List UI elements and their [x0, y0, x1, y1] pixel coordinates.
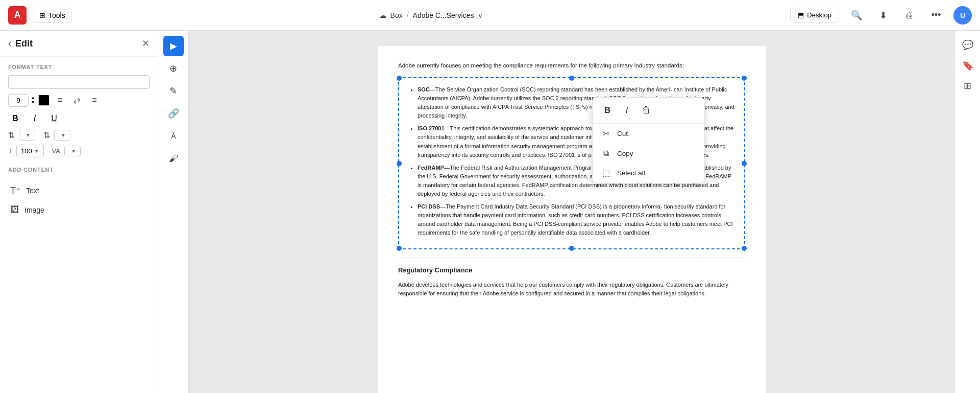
doc-page: Adobe currently focuses on meeting the c… [378, 46, 766, 393]
doc-name-label[interactable]: Adobe C...Services [413, 11, 474, 19]
add-text-tool-button[interactable]: ⊕ [163, 58, 184, 79]
text-style-row: B I U [0, 109, 158, 128]
copy-menu-item[interactable]: ⧉ Copy [593, 144, 704, 163]
line-spacing-row: ⇅ ▼ ⇅ ▼ [0, 128, 158, 143]
select-tool-button[interactable]: ▶ [163, 36, 184, 56]
intro-text: Adobe currently focuses on meeting the c… [398, 61, 745, 70]
search-button[interactable]: 🔍 [847, 6, 866, 25]
context-menu-toolbar: B I 🗑 [593, 98, 704, 124]
more-button[interactable]: ••• [927, 6, 945, 25]
edit-tool-button[interactable]: ✎ [163, 81, 184, 101]
text-box-tool-button[interactable]: Ä [163, 126, 184, 146]
select-all-icon: ⬚ [601, 168, 611, 178]
select-all-menu-item[interactable]: ⬚ Select all [593, 163, 704, 183]
add-text-button[interactable]: T⁺ Text [0, 181, 158, 200]
right-panel: 💬 🔖 ⊞ [954, 31, 980, 393]
resize-handle-tr[interactable] [742, 76, 747, 81]
list-item: PCI DSS—The Payment Card Industry Data S… [418, 202, 736, 237]
tools-button[interactable]: ⊞ Tools [33, 8, 72, 23]
scale-row: T 100 ▼ VA ▼ [0, 143, 158, 159]
resize-handle-tl[interactable] [397, 76, 402, 81]
cut-label: Cut [617, 130, 628, 137]
back-button[interactable]: ‹ [8, 38, 11, 49]
panel-title: Edit [15, 38, 33, 49]
font-size-group: 9 ▲ ▼ [8, 94, 35, 107]
cut-menu-item[interactable]: ✂ Cut [593, 124, 704, 144]
topbar-right: ⬒ Desktop 🔍 ⬇ 🖨 ••• U [790, 6, 972, 25]
grid-icon: ⊞ [39, 11, 45, 19]
resize-handle-bl[interactable] [397, 246, 402, 251]
adobe-logo[interactable]: A [8, 6, 27, 25]
ctx-delete-button[interactable]: 🗑 [638, 102, 655, 119]
line-spacing-icon: ⇅ [8, 130, 15, 140]
para-spacing-select[interactable]: ▼ [54, 130, 70, 141]
char-spacing-icon: VA [52, 147, 60, 155]
regulatory-title: Regulatory Compliance [398, 258, 745, 275]
text-add-icon: T⁺ [10, 185, 21, 196]
print-button[interactable]: 🖨 [900, 6, 919, 25]
scale-icon: T [8, 147, 12, 155]
context-menu: B I 🗑 ✂ Cut ⧉ Copy ⬚ Select all [592, 97, 704, 183]
add-image-button[interactable]: 🖼 Image [0, 200, 158, 219]
breadcrumb-chevron[interactable]: ∨ [478, 11, 483, 19]
main-layout: ‹ Edit ✕ FORMAT TEXT 9 ▲ ▼ ≡ ⇄ ≡ [0, 31, 980, 393]
copy-icon: ⧉ [601, 149, 611, 158]
resize-handle-br[interactable] [742, 246, 747, 251]
font-family-row [0, 73, 158, 91]
resize-handle-tc[interactable] [569, 76, 574, 81]
select-all-label: Select all [617, 169, 645, 177]
image-add-icon: 🖼 [10, 204, 19, 215]
ordered-list-button[interactable]: ⇄ [70, 93, 84, 107]
desktop-icon: ⬒ [798, 11, 804, 19]
resize-handle-mr[interactable] [742, 161, 747, 166]
breadcrumb: ☁ Box / Adobe C...Services ∨ [78, 11, 785, 19]
color-picker[interactable] [38, 95, 50, 106]
add-image-label: Image [24, 206, 44, 214]
comment-button[interactable]: 💬 [959, 36, 977, 54]
text-align-button[interactable]: ≡ [87, 93, 102, 107]
bookmark-button[interactable]: 🔖 [959, 56, 977, 75]
add-text-label: Text [26, 187, 39, 195]
copy-label: Copy [617, 150, 633, 157]
line-spacing-select[interactable]: ▼ [19, 130, 35, 141]
scale-select[interactable]: 100 ▼ [16, 145, 44, 157]
italic-button[interactable]: I [28, 111, 42, 126]
para-spacing-icon: ⇅ [43, 130, 50, 140]
paint-tool-button[interactable]: 🖌 [163, 148, 184, 169]
format-text-label: FORMAT TEXT [0, 57, 158, 73]
toolbar-strip: ▶ ⊕ ✎ 🔗 Ä 🖌 [158, 31, 189, 393]
cloud-icon: ☁ [379, 11, 386, 19]
ctx-italic-button[interactable]: I [618, 102, 635, 119]
ctx-bold-button[interactable]: B [599, 102, 616, 119]
grid-view-button[interactable]: ⊞ [959, 77, 977, 95]
regulatory-text: Adobe develops technologies and services… [398, 281, 745, 298]
char-spacing-select[interactable]: ▼ [64, 146, 81, 156]
cut-icon: ✂ [601, 129, 611, 138]
location-label[interactable]: Box [390, 11, 403, 19]
bold-button[interactable]: B [8, 111, 22, 126]
regulatory-section: Regulatory Compliance Adobe develops tec… [398, 258, 745, 298]
avatar[interactable]: U [953, 6, 972, 25]
font-size-stepper[interactable]: ▲ ▼ [31, 96, 35, 105]
topbar: A ⊞ Tools ☁ Box / Adobe C...Services ∨ ⬒… [0, 0, 980, 31]
download-button[interactable]: ⬇ [874, 6, 892, 25]
link-tool-button[interactable]: 🔗 [163, 103, 184, 124]
format-controls-row: 9 ▲ ▼ ≡ ⇄ ≡ [0, 91, 158, 109]
doc-area: Adobe currently focuses on meeting the c… [189, 31, 954, 393]
add-content-section: T⁺ Text 🖼 Image [0, 176, 158, 224]
desktop-button[interactable]: ⬒ Desktop [790, 8, 839, 22]
underline-button[interactable]: U [47, 111, 61, 126]
add-content-label: ADD CONTENT [0, 159, 158, 176]
left-panel: ‹ Edit ✕ FORMAT TEXT 9 ▲ ▼ ≡ ⇄ ≡ [0, 31, 158, 393]
left-panel-header: ‹ Edit ✕ [0, 31, 158, 57]
font-size-input[interactable]: 9 [8, 94, 29, 107]
resize-handle-ml[interactable] [397, 161, 402, 166]
resize-handle-bc[interactable] [569, 246, 574, 251]
unordered-list-button[interactable]: ≡ [53, 93, 67, 107]
close-button[interactable]: ✕ [142, 38, 150, 49]
font-family-select[interactable] [8, 75, 150, 89]
